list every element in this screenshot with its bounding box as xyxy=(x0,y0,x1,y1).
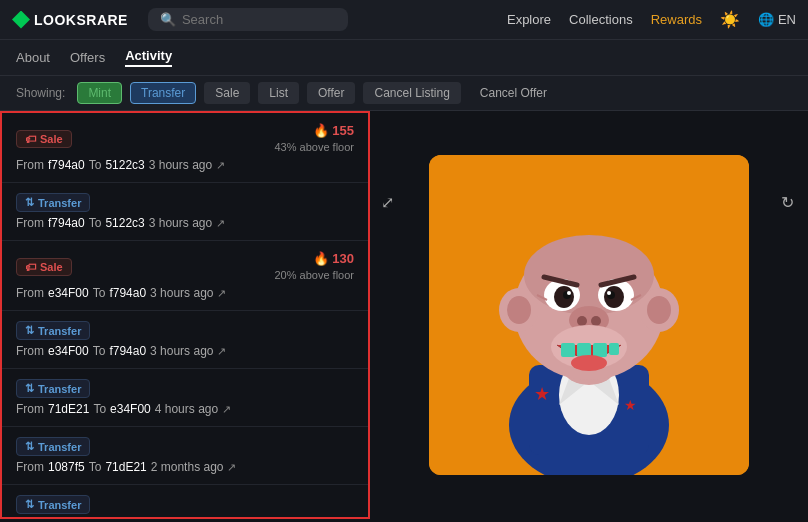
row-header: ⇅ Transfer xyxy=(16,321,354,340)
to-address[interactable]: 5122c3 xyxy=(105,158,144,172)
expand-icon[interactable]: ⤢ xyxy=(372,187,402,217)
search-input[interactable] xyxy=(182,12,322,27)
filter-offer-button[interactable]: Offer xyxy=(307,82,355,104)
nft-image: ★ ★ xyxy=(429,155,749,475)
main-content: ⤢ ↻ 🏷 Sale 🔥 155 43% above floor F xyxy=(0,111,808,519)
row-header: ⇅ Transfer xyxy=(16,193,354,212)
refresh-icon[interactable]: ↻ xyxy=(772,187,802,217)
activity-row: 🏷 Sale 🔥 130 20% above floor From e34F00… xyxy=(2,241,368,311)
activity-row: ⇅ Transfer From 71dE21 To e34F00 4 hours… xyxy=(2,369,368,427)
explore-link[interactable]: Explore xyxy=(507,12,551,27)
transfer-icon: ⇅ xyxy=(25,196,34,209)
to-address[interactable]: 5122c3 xyxy=(105,216,144,230)
badge-sale: 🏷 Sale xyxy=(16,130,72,148)
row-meta: From f794a0 To 5122c3 3 hours ago ↗ xyxy=(16,216,354,230)
activity-row: 🏷 Sale 🔥 155 43% above floor From f794a0… xyxy=(2,113,368,183)
brand-name: LOOKSRARE xyxy=(34,12,128,28)
from-address[interactable]: 71dE21 xyxy=(48,402,89,416)
from-address[interactable]: e34F00 xyxy=(48,344,89,358)
badge-transfer: ⇅ Transfer xyxy=(16,495,90,514)
filter-cancel-offer-button[interactable]: Cancel Offer xyxy=(469,82,558,104)
filter-cancel-listing-button[interactable]: Cancel Listing xyxy=(363,82,460,104)
filter-transfer-button[interactable]: Transfer xyxy=(130,82,196,104)
sale-icon: 🏷 xyxy=(25,261,36,273)
to-address[interactable]: 71dE21 xyxy=(105,460,146,474)
subnav-activity[interactable]: Activity xyxy=(125,48,172,67)
filter-sale-button[interactable]: Sale xyxy=(204,82,250,104)
from-address[interactable]: machibigbrother.eth xyxy=(48,518,153,519)
transfer-icon: ⇅ xyxy=(25,382,34,395)
logo-diamond-icon xyxy=(12,11,30,29)
external-link-icon[interactable]: ↗ xyxy=(217,287,226,300)
row-header: ⇅ Transfer xyxy=(16,379,354,398)
badge-transfer: ⇅ Transfer xyxy=(16,321,90,340)
external-link-icon[interactable]: ↗ xyxy=(227,461,236,474)
from-address[interactable]: e34F00 xyxy=(48,286,89,300)
filter-mint-button[interactable]: Mint xyxy=(77,82,122,104)
row-header: 🏷 Sale 🔥 155 43% above floor xyxy=(16,123,354,154)
badge-transfer: ⇅ Transfer xyxy=(16,193,90,212)
external-link-icon[interactable]: ↗ xyxy=(216,159,225,172)
activity-list: 🏷 Sale 🔥 155 43% above floor From f794a0… xyxy=(0,111,370,519)
subnav-about[interactable]: About xyxy=(16,50,50,65)
rewards-link[interactable]: Rewards xyxy=(651,12,702,27)
nft-artwork: ★ ★ xyxy=(429,155,749,475)
nft-display-panel: ★ ★ xyxy=(370,111,808,519)
row-meta: From 71dE21 To e34F00 4 hours ago ↗ xyxy=(16,402,354,416)
lang-label: EN xyxy=(778,12,796,27)
sub-navigation: About Offers Activity xyxy=(0,40,808,76)
external-link-icon[interactable]: ↗ xyxy=(222,403,231,416)
nav-right: Explore Collections Rewards ☀️ 🌐 EN xyxy=(507,10,796,29)
brand-logo[interactable]: LOOKSRARE xyxy=(12,11,128,29)
globe-icon: 🌐 xyxy=(758,12,774,27)
external-link-icon[interactable]: ↗ xyxy=(217,345,226,358)
search-icon: 🔍 xyxy=(160,12,176,27)
external-link-icon[interactable]: ↗ xyxy=(216,217,225,230)
filter-list-button[interactable]: List xyxy=(258,82,299,104)
svg-point-23 xyxy=(607,291,611,295)
price-info: 🔥 155 43% above floor xyxy=(275,123,355,154)
to-address[interactable]: f794a0 xyxy=(109,286,146,300)
svg-rect-30 xyxy=(577,343,591,357)
row-meta: From f794a0 To 5122c3 3 hours ago ↗ xyxy=(16,158,354,172)
showing-label: Showing: xyxy=(16,86,65,100)
svg-point-27 xyxy=(591,316,601,326)
to-address[interactable]: e34F00 xyxy=(110,402,151,416)
from-address[interactable]: f794a0 xyxy=(48,216,85,230)
price-info: 🔥 130 20% above floor xyxy=(275,251,355,282)
svg-point-13 xyxy=(647,296,671,324)
from-address[interactable]: 1087f5 xyxy=(48,460,85,474)
price-note: 20% above floor xyxy=(275,268,355,282)
time-label: 3 hours ago xyxy=(150,344,213,358)
from-address[interactable]: f794a0 xyxy=(48,158,85,172)
time-label: 3 hours ago xyxy=(149,158,212,172)
time-label: 3 hours ago xyxy=(150,286,213,300)
fire-icon: 🔥 xyxy=(313,123,329,138)
subnav-offers[interactable]: Offers xyxy=(70,50,105,65)
fire-icon: 🔥 xyxy=(313,251,329,266)
search-bar[interactable]: 🔍 xyxy=(148,8,348,31)
time-label: 2 months ago xyxy=(151,460,224,474)
row-meta: From machibigbrother.eth To 1087f5 3 mon… xyxy=(16,518,354,519)
activity-row: ⇅ Transfer From f794a0 To 5122c3 3 hours… xyxy=(2,183,368,241)
transfer-icon: ⇅ xyxy=(25,324,34,337)
theme-toggle-icon[interactable]: ☀️ xyxy=(720,10,740,29)
transfer-icon: ⇅ xyxy=(25,440,34,453)
row-header: ⇅ Transfer xyxy=(16,437,354,456)
badge-transfer: ⇅ Transfer xyxy=(16,379,90,398)
to-address[interactable]: f794a0 xyxy=(109,344,146,358)
collections-link[interactable]: Collections xyxy=(569,12,633,27)
svg-text:★: ★ xyxy=(624,397,637,413)
transfer-icon: ⇅ xyxy=(25,498,34,511)
activity-row: ⇅ Transfer From machibigbrother.eth To 1… xyxy=(2,485,368,519)
row-header: 🏷 Sale 🔥 130 20% above floor xyxy=(16,251,354,282)
row-meta: From 1087f5 To 71dE21 2 months ago ↗ xyxy=(16,460,354,474)
top-navigation: LOOKSRARE 🔍 Explore Collections Rewards … xyxy=(0,0,808,40)
time-label: 3 months ago xyxy=(215,518,288,519)
badge-sale: 🏷 Sale xyxy=(16,258,72,276)
svg-text:★: ★ xyxy=(534,384,550,404)
language-selector[interactable]: 🌐 EN xyxy=(758,12,796,27)
to-address[interactable]: 1087f5 xyxy=(174,518,211,519)
svg-rect-32 xyxy=(609,343,619,355)
time-label: 4 hours ago xyxy=(155,402,218,416)
